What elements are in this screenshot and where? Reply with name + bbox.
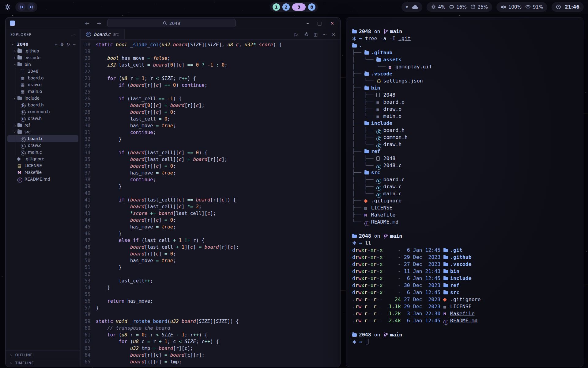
sidebar-item-label: bin [24, 62, 31, 67]
code-line: 64 board[r][c] = board[c][r]; [81, 352, 340, 358]
tree-entry: │ └── {}settings.json [352, 77, 578, 84]
ls-entry: drwxr-xr-x - 29 Dec 2023 .github [352, 254, 578, 261]
sidebar-item-.gitignore[interactable]: ›.gitignore [7, 155, 78, 162]
tree-entry: │ └── ▨gameplay.gif [352, 63, 578, 70]
more-actions-icon[interactable]: ⋯ [322, 32, 327, 37]
makefile-icon: M [364, 211, 371, 219]
sidebar-item-draw.o[interactable]: ▦draw.o [7, 81, 78, 88]
code-line: 34 if (board[last_cell][c] == 0) { [81, 149, 340, 156]
collapse-all-icon[interactable]: − [73, 42, 76, 47]
workspace-2[interactable]: 2 [282, 3, 290, 11]
nav-back-icon[interactable]: ← [84, 20, 91, 26]
binary-icon: ▦ [21, 89, 27, 94]
memory-stat[interactable]: 16% [449, 4, 466, 10]
disk-stat[interactable]: 25% [470, 4, 488, 10]
workspace-1[interactable]: 1 [273, 3, 280, 11]
code-line: 56 return has_move; [81, 298, 340, 305]
gear-flower-icon[interactable] [4, 4, 11, 10]
sidebar-item-draw.h[interactable]: Hdraw.h [7, 115, 78, 122]
tree-entry: ├── .gitignore [352, 197, 578, 204]
sidebar-item-label: ref [24, 123, 30, 128]
nav-forward-icon[interactable]: → [96, 20, 102, 26]
search-icon [163, 21, 167, 25]
more-actions-icon[interactable]: ⋯ [71, 33, 75, 37]
sidebar-item-label: Makefile [24, 170, 42, 175]
explorer-header: EXPLORER ⋯ [6, 29, 80, 40]
minimize-button[interactable]: – [305, 21, 311, 26]
git-icon [17, 156, 23, 161]
sidebar-item-2048[interactable]: 2048 [7, 68, 78, 75]
sidebar-item-common.h[interactable]: Hcommon.h [7, 108, 78, 115]
terminal-window[interactable]: 2048 on main→ tree -a -I .git.├── .githu… [346, 17, 583, 367]
sidebar-item-label: main.c [28, 150, 42, 155]
close-button[interactable]: × [328, 21, 336, 26]
tab-file-dir: src [113, 32, 119, 36]
snowflake-icon [352, 35, 359, 42]
tree-entry: │ └── assets [352, 56, 578, 63]
sidebar-item-.vscode[interactable]: ›.vscode [7, 54, 78, 61]
media-controls [15, 2, 37, 12]
code-area[interactable]: 18static bool _slide_col(u32 board[SIZE]… [81, 40, 340, 367]
volume-icon [501, 5, 506, 10]
sidebar-item-include[interactable]: ›include [7, 95, 78, 102]
editor-titlebar[interactable]: ← → 2048 – □ × [6, 17, 340, 29]
sidebar-item-board.h[interactable]: Hboard.h [7, 102, 78, 108]
sidebar-item-draw.c[interactable]: Cdraw.c [7, 142, 78, 149]
c-icon: C [376, 141, 383, 148]
sidebar-item-ref[interactable]: ›ref [7, 122, 78, 128]
cpu-stat[interactable]: 4% [431, 4, 446, 10]
wifi-value: 91% [533, 4, 543, 10]
folder-icon [17, 48, 23, 53]
volume-control[interactable]: 100% [501, 4, 522, 10]
tab-board-c[interactable]: C board.c src [81, 29, 125, 39]
folder-open-icon [17, 96, 23, 101]
command-center-search[interactable]: 2048 [107, 19, 236, 27]
sidebar-item-main.o[interactable]: ▦main.o [7, 88, 78, 95]
sidebar-item-main.c[interactable]: Cmain.c [7, 149, 78, 155]
sidebar-item-LICENSE[interactable]: ›▤LICENSE [7, 162, 78, 169]
run-icon[interactable]: ▷˅ [295, 32, 299, 37]
workspace-3[interactable]: 3 [292, 3, 306, 11]
outline-section[interactable]: › OUTLINE [6, 351, 80, 359]
timeline-section[interactable]: › TIMELINE [6, 359, 80, 367]
media-next-icon[interactable] [27, 3, 35, 11]
tree-entry: │ ├── Cboard.c [352, 176, 578, 183]
git-branch-icon [383, 232, 390, 240]
sidebar-item-board.o[interactable]: ▦board.o [7, 75, 78, 81]
explorer-tree: ›2048+⊕↻−›.github›.vscode›bin2048▦board.… [6, 40, 80, 351]
sidebar-item-.github[interactable]: ›.github [7, 48, 78, 54]
sidebar-item-bin[interactable]: ›bin [7, 61, 78, 68]
sidebar-item-Makefile[interactable]: ›MMakefile [7, 169, 78, 176]
close-editor-icon[interactable]: × [332, 32, 335, 37]
makefile-icon: M [443, 310, 450, 317]
clock-widget[interactable]: 21:46 [552, 2, 584, 12]
ls-entry: drwxr-xr-x - 6 Jan 12:45 .git [352, 247, 578, 254]
sidebar-item-2048[interactable]: ›2048+⊕↻− [7, 41, 78, 48]
sidebar-item-board.c[interactable]: Cboard.c [7, 135, 78, 142]
wifi-status[interactable]: 91% [525, 4, 543, 10]
caret-down-icon: ▾ [406, 4, 408, 10]
maximize-button[interactable]: □ [315, 21, 323, 26]
folder-icon [352, 28, 359, 35]
file-icon [376, 155, 383, 162]
code-line: 27 board[0][c] = board[r][c]; [81, 102, 340, 109]
sidebar-item-src[interactable]: ›src [7, 128, 78, 135]
makefile-icon: M [17, 170, 23, 175]
new-folder-icon[interactable]: ⊕ [60, 42, 64, 47]
code-line: 32 } [81, 136, 340, 143]
sidebar-item-README.md[interactable]: ›iREADME.md [7, 176, 78, 182]
workspace-8[interactable]: 8 [308, 3, 315, 11]
disk-value: 25% [478, 4, 488, 10]
code-line: 62 for (u8 c = r + 1; c < SIZE; c++) { [81, 338, 340, 345]
media-previous-icon[interactable] [18, 3, 25, 11]
split-editor-icon[interactable]: ◫ [314, 32, 318, 37]
wifi-icon [525, 5, 531, 9]
settings-gear-icon[interactable] [304, 32, 309, 37]
c-icon: C [21, 149, 27, 155]
tree-entry: │ ├── ▦draw.o [352, 105, 578, 113]
new-file-icon[interactable]: + [54, 42, 58, 47]
weather-widget[interactable]: ▾ [401, 2, 422, 12]
chevron-icon: › [12, 49, 17, 53]
refresh-icon[interactable]: ↻ [66, 42, 70, 47]
code-line: 19 [81, 48, 340, 55]
